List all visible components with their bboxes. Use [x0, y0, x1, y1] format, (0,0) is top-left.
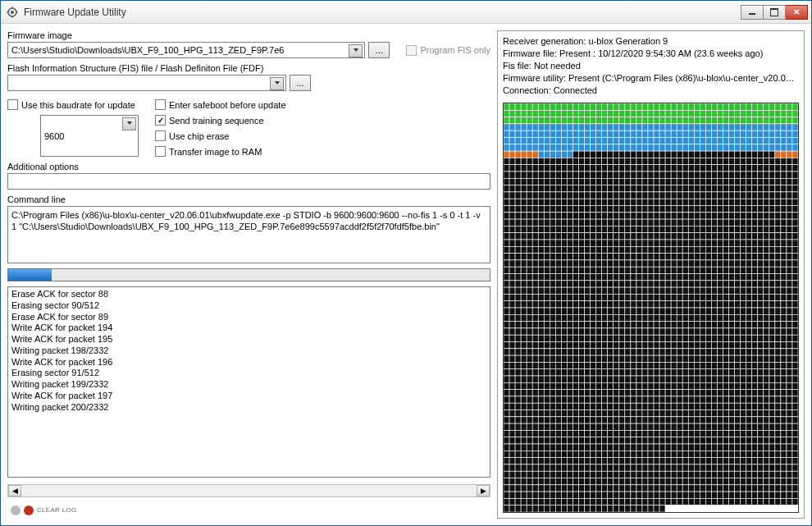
svg-rect-2852	[741, 478, 746, 485]
log-output[interactable]: Erase ACK for sector 88Erasing sector 90…	[7, 286, 490, 478]
svg-rect-1217	[723, 260, 728, 267]
svg-rect-2367	[591, 417, 596, 423]
svg-rect-1575	[729, 308, 735, 314]
titlebar[interactable]: Firmware Update Utility	[1, 1, 811, 24]
additional-options-input[interactable]	[7, 173, 490, 190]
svg-rect-1500	[591, 301, 596, 308]
svg-rect-1609	[631, 314, 636, 321]
svg-rect-1331	[792, 274, 798, 281]
svg-rect-730	[561, 199, 567, 205]
svg-rect-1663	[648, 322, 654, 328]
svg-rect-2095	[787, 376, 792, 382]
svg-rect-681	[573, 192, 578, 199]
svg-rect-2318	[602, 410, 608, 417]
svg-rect-1206	[659, 260, 665, 267]
svg-rect-2532	[659, 437, 665, 444]
svg-rect-1270	[735, 267, 741, 273]
svg-rect-1202	[636, 260, 642, 267]
svg-rect-922	[787, 219, 792, 226]
svg-rect-985	[561, 233, 567, 240]
svg-rect-2463	[555, 430, 561, 437]
svg-rect-2469	[591, 430, 596, 437]
svg-rect-2559	[521, 444, 527, 451]
svg-rect-1057	[682, 240, 688, 246]
transfer-ram-checkbox[interactable]	[155, 146, 166, 157]
fis-file-dropdown[interactable]	[7, 75, 286, 91]
svg-rect-806	[705, 206, 711, 213]
horizontal-scrollbar[interactable]: ◀ ▶	[7, 484, 490, 497]
svg-rect-968	[758, 226, 764, 232]
svg-rect-361	[787, 144, 792, 151]
svg-rect-1248	[608, 267, 614, 273]
svg-rect-126	[608, 117, 614, 124]
minimize-button[interactable]	[741, 5, 764, 20]
svg-rect-1739	[792, 328, 798, 335]
svg-rect-260	[792, 130, 798, 137]
svg-rect-2016	[625, 369, 631, 376]
firmware-browse-button[interactable]: ...	[368, 42, 390, 58]
svg-rect-571	[527, 178, 532, 185]
svg-rect-1289	[550, 274, 555, 281]
svg-rect-411	[781, 151, 787, 158]
svg-rect-668	[792, 185, 798, 192]
svg-rect-2153	[532, 390, 538, 396]
svg-rect-1063	[717, 240, 723, 246]
svg-rect-2451	[781, 423, 787, 430]
svg-rect-1299	[608, 274, 614, 281]
svg-rect-2282	[688, 403, 694, 409]
svg-rect-2615	[550, 451, 555, 457]
svg-rect-2753	[758, 464, 764, 471]
svg-rect-971	[775, 226, 781, 232]
svg-rect-2219	[619, 396, 625, 403]
svg-rect-2169	[625, 390, 631, 396]
send-training-checkbox[interactable]	[155, 115, 166, 126]
svg-rect-2788	[665, 471, 671, 478]
stop-button-icon[interactable]	[24, 505, 34, 515]
firmware-image-dropdown[interactable]: C:\Users\Studio\Downloads\UBX_F9_100_HPG…	[7, 42, 365, 58]
use-baudrate-checkbox[interactable]	[7, 99, 18, 110]
svg-rect-1667	[671, 322, 677, 328]
svg-rect-75	[608, 110, 614, 117]
svg-rect-1408	[648, 287, 654, 294]
svg-rect-2798	[723, 471, 728, 478]
svg-rect-3019	[527, 505, 532, 512]
baudrate-dropdown[interactable]: 9600	[40, 115, 139, 157]
svg-rect-45	[729, 103, 735, 110]
svg-rect-940	[596, 226, 602, 232]
enter-safeboot-checkbox[interactable]	[155, 99, 166, 110]
svg-rect-178	[614, 124, 619, 130]
svg-rect-1316	[705, 274, 711, 281]
scroll-left-button[interactable]: ◀	[8, 485, 21, 496]
close-button[interactable]	[785, 5, 808, 20]
svg-rect-2898	[711, 485, 717, 492]
maximize-button[interactable]	[763, 5, 786, 20]
svg-rect-2956	[752, 492, 758, 498]
svg-rect-2216	[602, 396, 608, 403]
svg-rect-725	[532, 199, 538, 205]
scroll-right-button[interactable]: ▶	[477, 485, 490, 496]
svg-rect-2301	[504, 410, 509, 417]
svg-rect-2822	[567, 478, 573, 485]
svg-rect-1726	[717, 328, 723, 335]
svg-rect-892	[614, 219, 619, 226]
svg-rect-2885	[636, 485, 642, 492]
svg-rect-701	[688, 192, 694, 199]
svg-rect-1241	[567, 267, 573, 273]
svg-rect-1252	[631, 267, 636, 273]
svg-rect-2923	[561, 492, 567, 498]
svg-rect-818	[775, 206, 781, 213]
svg-rect-2991	[659, 498, 665, 505]
svg-rect-1216	[717, 260, 723, 267]
svg-rect-2865	[521, 485, 527, 492]
fis-browse-button[interactable]: ...	[290, 75, 311, 91]
svg-rect-795	[642, 206, 648, 213]
svg-rect-1611	[642, 314, 648, 321]
svg-rect-591	[642, 178, 648, 185]
svg-rect-245	[705, 130, 711, 137]
svg-rect-1935	[746, 355, 752, 362]
use-chip-erase-checkbox[interactable]	[155, 130, 166, 141]
command-line-box[interactable]: C:\Program Files (x86)\u-blox\u-center_v…	[7, 206, 490, 263]
svg-rect-2630	[636, 451, 642, 457]
svg-rect-1921	[665, 355, 671, 362]
clear-log-button[interactable]: CLEAR LOG	[37, 507, 77, 514]
